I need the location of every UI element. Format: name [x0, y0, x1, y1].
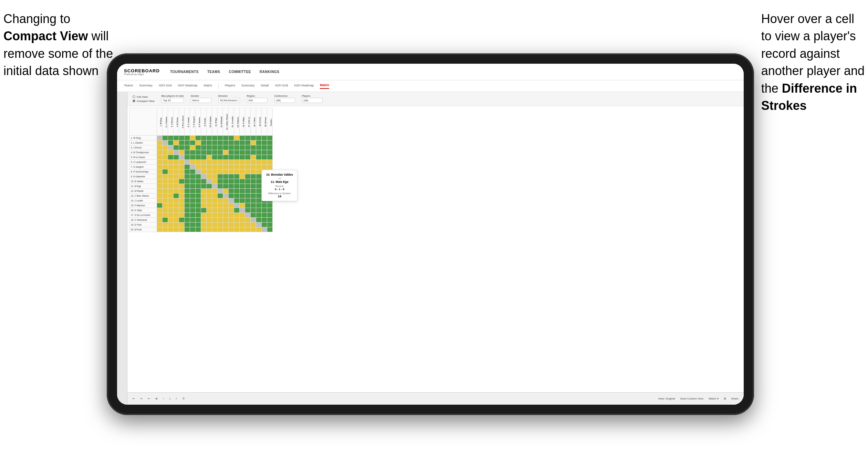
cell-9-18[interactable] — [251, 174, 256, 179]
cell-6-16[interactable] — [240, 160, 245, 165]
cell-14-8[interactable] — [196, 198, 201, 203]
cell-9-15[interactable] — [234, 174, 240, 179]
cell-6-14[interactable] — [229, 160, 234, 165]
cell-10-18[interactable] — [251, 179, 256, 184]
cell-7-13[interactable] — [223, 165, 229, 169]
cell-1-19[interactable] — [256, 136, 262, 141]
nav-committee[interactable]: COMMITTEE — [229, 70, 251, 74]
players-filter-select[interactable]: (All) — [302, 98, 323, 103]
cell-20-13[interactable] — [223, 227, 229, 232]
redo-button-1[interactable]: ↪ — [140, 397, 143, 400]
cell-5-14[interactable] — [229, 155, 234, 160]
cell-3-4[interactable] — [174, 145, 179, 150]
cell-1-13[interactable] — [223, 136, 229, 141]
cell-10-1[interactable] — [157, 179, 163, 184]
cell-14-9[interactable] — [201, 198, 207, 203]
cell-1-21[interactable] — [267, 136, 273, 141]
cell-13-6[interactable] — [185, 194, 190, 198]
cell-16-5[interactable] — [179, 208, 185, 213]
cell-4-11[interactable] — [212, 150, 218, 155]
cell-18-6[interactable] — [185, 218, 190, 222]
cell-6-6[interactable] — [185, 160, 190, 165]
cell-1-2[interactable] — [163, 136, 168, 141]
cell-2-7[interactable] — [190, 141, 196, 145]
cell-3-10[interactable] — [207, 145, 212, 150]
cell-6-18[interactable] — [251, 160, 256, 165]
cell-6-13[interactable] — [223, 160, 229, 165]
full-view-radio[interactable] — [133, 95, 135, 98]
cell-2-3[interactable] — [168, 141, 174, 145]
cell-15-10[interactable] — [207, 203, 212, 208]
cell-11-12[interactable] — [218, 184, 223, 189]
cell-5-1[interactable] — [157, 155, 163, 160]
cell-9-19[interactable] — [256, 174, 262, 179]
cell-2-8[interactable] — [196, 141, 201, 145]
full-view-option[interactable]: Full View — [133, 95, 154, 98]
cell-13-17[interactable] — [245, 194, 251, 198]
cell-4-6[interactable] — [185, 150, 190, 155]
cell-19-12[interactable] — [218, 222, 223, 227]
cell-8-18[interactable] — [251, 169, 256, 174]
cell-8-8[interactable] — [196, 169, 201, 174]
cell-4-2[interactable] — [163, 150, 168, 155]
cell-11-15[interactable] — [234, 184, 240, 189]
subnav-h2h-heatmap[interactable]: H2H Heatmap — [178, 84, 198, 89]
cell-2-4[interactable] — [174, 141, 179, 145]
cell-7-9[interactable] — [201, 165, 207, 169]
cell-13-4[interactable] — [174, 194, 179, 198]
cell-9-10[interactable] — [207, 174, 212, 179]
cell-17-10[interactable] — [207, 213, 212, 218]
cell-15-2[interactable] — [163, 203, 168, 208]
cell-17-2[interactable] — [163, 213, 168, 218]
cell-10-4[interactable] — [174, 179, 179, 184]
cell-10-7[interactable] — [190, 179, 196, 184]
cell-4-4[interactable] — [174, 150, 179, 155]
cell-13-16[interactable] — [240, 194, 245, 198]
cell-5-18[interactable] — [251, 155, 256, 160]
cell-7-20[interactable] — [262, 165, 267, 169]
cell-13-13[interactable] — [223, 194, 229, 198]
cell-7-16[interactable] — [240, 165, 245, 169]
cell-2-16[interactable] — [240, 141, 245, 145]
cell-11-9[interactable] — [201, 184, 207, 189]
cell-8-9[interactable] — [201, 169, 207, 174]
cell-8-10[interactable] — [207, 169, 212, 174]
cell-19-17[interactable] — [245, 222, 251, 227]
cell-9-11[interactable] — [212, 174, 218, 179]
cell-13-18[interactable] — [251, 194, 256, 198]
cell-5-19[interactable] — [256, 155, 262, 160]
cell-17-9[interactable] — [201, 213, 207, 218]
cell-14-7[interactable] — [190, 198, 196, 203]
cell-9-5[interactable] — [179, 174, 185, 179]
cell-1-7[interactable] — [190, 136, 196, 141]
cell-18-11[interactable] — [212, 218, 218, 222]
share-button[interactable]: Share — [731, 397, 739, 400]
cell-4-18[interactable] — [251, 150, 256, 155]
cell-15-3[interactable] — [168, 203, 174, 208]
cell-18-20[interactable] — [262, 218, 267, 222]
cell-6-10[interactable] — [207, 160, 212, 165]
cell-4-19[interactable] — [256, 150, 262, 155]
cell-7-12[interactable] — [218, 165, 223, 169]
cell-2-10[interactable] — [207, 141, 212, 145]
subnav-players[interactable]: Players — [225, 84, 235, 89]
cell-10-13[interactable] — [223, 179, 229, 184]
cell-11-10[interactable] — [207, 184, 212, 189]
cell-9-4[interactable] — [174, 174, 179, 179]
cell-3-5[interactable] — [179, 145, 185, 150]
cell-3-14[interactable] — [229, 145, 234, 150]
cell-7-7[interactable] — [190, 165, 196, 169]
cell-12-10[interactable] — [207, 189, 212, 194]
zoom-in-button[interactable]: + — [176, 397, 177, 400]
cell-18-5[interactable] — [179, 218, 185, 222]
cell-19-11[interactable] — [212, 222, 218, 227]
cell-19-6[interactable] — [185, 222, 190, 227]
matrix-area[interactable]: 1. W Ding 2. L Clanton 3. J Kivvun 4. M … — [127, 106, 744, 392]
cell-17-20[interactable] — [262, 213, 267, 218]
cell-2-20[interactable] — [262, 141, 267, 145]
cell-16-1[interactable] — [157, 208, 163, 213]
cell-5-9[interactable] — [201, 155, 207, 160]
cell-4-5[interactable] — [179, 150, 185, 155]
cell-16-2[interactable] — [163, 208, 168, 213]
cell-16-14[interactable] — [229, 208, 234, 213]
